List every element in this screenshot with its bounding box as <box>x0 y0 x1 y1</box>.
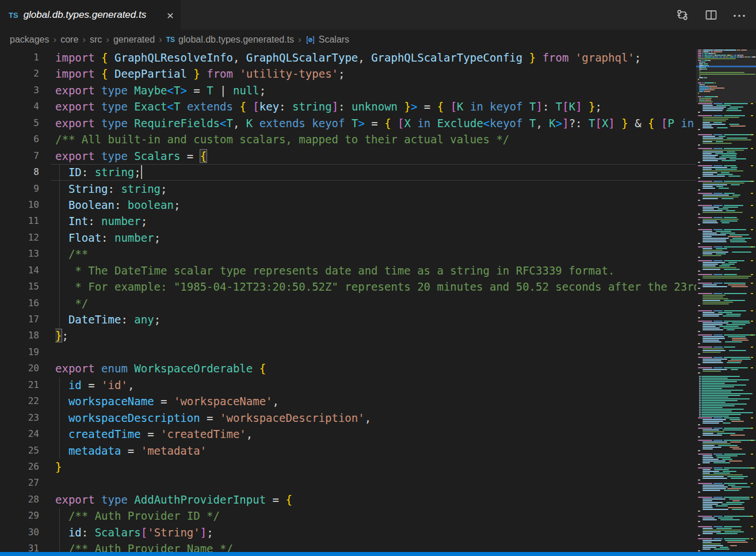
code-line[interactable]: workspaceDescription = 'workspaceDescrip… <box>55 410 696 426</box>
code-line[interactable]: Boolean: boolean; <box>55 197 696 213</box>
code-token: } <box>404 100 411 113</box>
code-line[interactable]: import { DeepPartial } from 'utility-typ… <box>55 66 696 82</box>
code-line[interactable]: }; <box>55 327 696 344</box>
minimap[interactable] <box>696 49 756 552</box>
line-number[interactable]: 14 <box>0 262 39 279</box>
code-line[interactable]: ID: string; <box>55 164 696 180</box>
line-number[interactable]: 21 <box>0 377 39 393</box>
line-number[interactable]: 24 <box>0 426 39 442</box>
line-number[interactable]: 13 <box>0 246 39 262</box>
breadcrumb-item-generated[interactable]: generated <box>113 35 155 45</box>
code-line[interactable]: export type AddAuthProviderInput = { <box>55 492 696 508</box>
code-line[interactable]: String: string; <box>55 181 696 197</box>
tab-global-db-types-generated-ts[interactable]: TS global.db.types.generated.ts × <box>0 0 181 30</box>
minimap-token <box>731 421 744 422</box>
line-number[interactable]: 3 <box>0 82 39 98</box>
code-line[interactable]: id = 'id', <box>55 377 696 393</box>
minimap-token <box>698 467 712 469</box>
minimap-line <box>698 265 756 266</box>
minimap-token <box>738 49 740 51</box>
line-number[interactable]: 16 <box>0 295 39 311</box>
code-token <box>180 100 186 113</box>
minimap-token <box>698 535 700 536</box>
code-line[interactable]: export type Maybe<T> = T | null; <box>55 82 696 98</box>
code-line[interactable]: DateTime: any; <box>55 311 696 327</box>
code-line[interactable]: createdTime = 'createdTime', <box>55 426 696 442</box>
code-line[interactable]: /** All built-in and custom scalars, map… <box>55 131 696 147</box>
code-token: < <box>483 117 490 130</box>
line-number[interactable]: 27 <box>0 475 39 491</box>
code-line[interactable]: Int: number; <box>55 213 696 229</box>
breadcrumb-item-packages[interactable]: packages <box>10 35 49 45</box>
breadcrumb-item-src[interactable]: src <box>90 35 102 45</box>
minimap-line <box>698 414 756 415</box>
code-line[interactable]: * For example: "1985-04-12T23:20:50.52Z"… <box>55 279 696 295</box>
code-token: key <box>259 100 279 113</box>
line-number[interactable]: 18 <box>0 327 39 344</box>
breadcrumb-item-scalars[interactable]: Scalars <box>306 35 349 45</box>
line-number[interactable]: 10 <box>0 197 39 213</box>
code-line[interactable]: Float: number; <box>55 230 696 246</box>
minimap-token <box>724 87 725 89</box>
line-number[interactable]: 19 <box>0 344 39 360</box>
line-number[interactable]: 9 <box>0 181 39 197</box>
line-number[interactable]: 28 <box>0 492 39 508</box>
split-editor-icon[interactable] <box>704 8 718 22</box>
code-line[interactable]: export type Exact<T extends { [key: stri… <box>55 98 696 115</box>
minimap-line <box>698 75 756 77</box>
line-number[interactable]: 30 <box>0 524 39 540</box>
line-number[interactable]: 23 <box>0 410 39 426</box>
code-line[interactable]: } <box>55 459 696 475</box>
code-token: ; <box>595 100 602 113</box>
code-area[interactable]: import { GraphQLResolveInfo, GraphQLScal… <box>55 49 696 552</box>
breadcrumb-item-core[interactable]: core <box>60 35 78 45</box>
more-actions-icon[interactable]: ··· <box>733 8 747 22</box>
minimap-token <box>702 96 704 97</box>
line-number[interactable]: 26 <box>0 459 39 475</box>
line-number[interactable]: 20 <box>0 360 39 376</box>
line-number[interactable]: 17 <box>0 311 39 327</box>
minimap-line <box>698 110 756 111</box>
line-number[interactable]: 12 <box>0 230 39 246</box>
minimap-token <box>701 393 753 394</box>
minimap-line <box>698 264 756 265</box>
code-token: K <box>569 100 575 113</box>
minimap-line <box>698 350 756 351</box>
minimap-token <box>713 346 723 348</box>
code-line[interactable] <box>55 475 696 491</box>
line-number[interactable]: 8 <box>0 164 39 180</box>
code-line[interactable]: export type RequireFields<T, K extends k… <box>55 115 696 131</box>
code-line[interactable]: /** Auth Provider ID */ <box>55 508 696 524</box>
line-number[interactable]: 25 <box>0 443 39 459</box>
line-number[interactable]: 2 <box>0 66 39 82</box>
code-line[interactable]: * The DateTime scalar type represents da… <box>55 262 696 279</box>
line-number[interactable]: 1 <box>0 49 39 66</box>
line-number[interactable]: 11 <box>0 213 39 229</box>
code-line[interactable]: export type Scalars = { <box>55 148 696 164</box>
minimap-token <box>732 500 740 501</box>
open-changes-icon[interactable] <box>675 8 689 22</box>
line-number[interactable]: 15 <box>0 279 39 295</box>
close-icon[interactable]: × <box>167 9 174 21</box>
line-number[interactable]: 22 <box>0 393 39 409</box>
line-number[interactable]: 7 <box>0 148 39 164</box>
code-line[interactable]: import { GraphQLResolveInfo, GraphQLScal… <box>55 49 696 66</box>
minimap-token <box>715 153 737 154</box>
line-number[interactable]: 31 <box>0 540 39 552</box>
line-number[interactable]: 29 <box>0 508 39 524</box>
line-number[interactable]: 5 <box>0 115 39 131</box>
code-line[interactable]: /** <box>55 246 696 262</box>
minimap-token <box>698 346 712 348</box>
code-line[interactable]: workspaceName = 'workspaceName', <box>55 393 696 409</box>
breadcrumb-item-global-db-types-generated-ts[interactable]: TSglobal.db.types.generated.ts <box>166 35 294 45</box>
line-number[interactable]: 6 <box>0 131 39 147</box>
minimap-token <box>724 367 748 368</box>
code-line[interactable]: metadata = 'metadata' <box>55 443 696 459</box>
code-editor[interactable]: 1234567891011121314151617181920212223242… <box>0 49 756 552</box>
line-number[interactable]: 4 <box>0 98 39 115</box>
code-line[interactable]: */ <box>55 295 696 311</box>
code-line[interactable]: id: Scalars['String']; <box>55 524 696 540</box>
code-line[interactable]: /** Auth Provider Name */ <box>55 540 696 552</box>
code-line[interactable] <box>55 344 696 360</box>
code-line[interactable]: export enum WorkspaceOrderable { <box>55 360 696 376</box>
